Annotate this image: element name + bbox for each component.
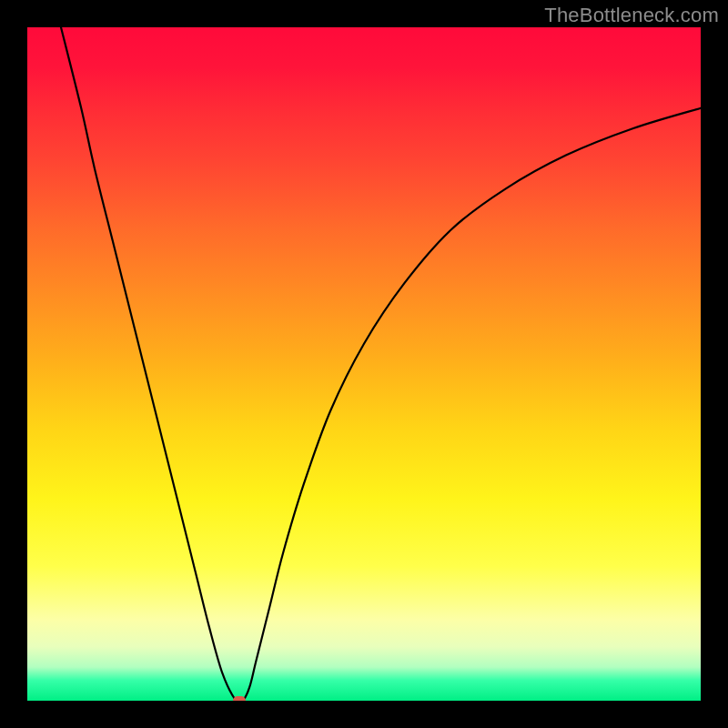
chart-frame: TheBottleneck.com xyxy=(0,0,728,728)
curve-svg xyxy=(27,27,701,701)
watermark-text: TheBottleneck.com xyxy=(544,4,719,27)
bottleneck-curve xyxy=(61,27,701,701)
optimum-marker xyxy=(233,696,246,701)
plot-area xyxy=(27,27,701,701)
